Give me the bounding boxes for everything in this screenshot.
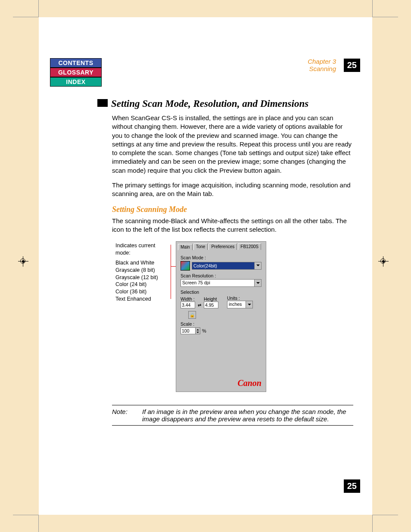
units-label: Units : [227, 296, 253, 301]
contents-link[interactable]: CONTENTS [50, 58, 102, 68]
section-heading-text: Setting Scan Mode, Resolution, and Dimen… [111, 98, 308, 109]
units-dropdown[interactable]: inches [227, 301, 253, 308]
intro-paragraph-1: When ScanGear CS-S is installed, the set… [112, 114, 353, 175]
tab-device[interactable]: FB1200S [238, 243, 261, 250]
nav-pills: CONTENTS GLOSSARY INDEX [50, 58, 102, 87]
chapter-title: Scanning [308, 65, 336, 73]
callout-item: Text Enhanced [115, 296, 169, 303]
width-input[interactable] [181, 302, 195, 308]
height-input[interactable] [204, 302, 218, 308]
note-label: Note: [112, 408, 142, 423]
scale-input[interactable] [181, 327, 195, 334]
crop-mark [13, 515, 39, 515]
scan-resolution-value: Screen 75 dpi [181, 280, 254, 286]
tab-preferences[interactable]: Preferences [209, 243, 237, 250]
main-content: Setting Scan Mode, Resolution, and Dimen… [112, 97, 353, 240]
index-link[interactable]: INDEX [50, 77, 102, 87]
height-label: Height [204, 296, 218, 302]
chapter-heading: Chapter 3 Scanning [308, 58, 336, 72]
note-text: If an image is in the preview area when … [142, 408, 353, 423]
page-body: CONTENTS GLOSSARY INDEX Chapter 3 Scanni… [39, 17, 372, 515]
crop-mark [13, 17, 39, 17]
canon-logo: Canon [237, 378, 262, 388]
callout-item: Color (36 bit) [115, 288, 169, 296]
crop-mark [372, 0, 373, 17]
scan-resolution-label: Scan Resolution : [181, 273, 262, 278]
settings-dialog-screenshot: Main Tone Preferences FB1200S Scan Mode … [176, 241, 266, 392]
tab-main[interactable]: Main [178, 244, 193, 250]
crop-mark [38, 515, 39, 532]
spinner-buttons[interactable] [195, 327, 200, 334]
mode-callout: Indicates current mode: Black and White … [115, 242, 169, 303]
callout-leader-line [171, 245, 171, 299]
link-icon: ⇄ [198, 303, 201, 308]
print-sheet: CONTENTS GLOSSARY INDEX Chapter 3 Scanni… [0, 0, 411, 532]
crop-mark [372, 515, 373, 532]
units-value: inches [227, 301, 246, 308]
callout-item: Grayscale (8 bit) [115, 267, 169, 274]
scale-unit: % [202, 328, 206, 333]
crop-mark [372, 17, 398, 17]
callout-item: Black and White [115, 259, 169, 267]
main-tab-panel: Scan Mode : Color(24bit) Scan Resolution… [179, 250, 263, 337]
subsection-paragraph: The scanning mode-Black and White-affect… [112, 217, 353, 234]
note-block: Note: If an image is in the preview area… [112, 405, 353, 426]
subsection-heading: Setting Scanning Mode [112, 204, 353, 215]
heading-bullet [97, 99, 108, 107]
aspect-lock-button[interactable]: 🔒 [188, 311, 196, 319]
crop-mark [38, 0, 39, 17]
chapter-number: Chapter 3 [308, 58, 336, 65]
crop-mark [372, 515, 398, 515]
tab-strip: Main Tone Preferences FB1200S [176, 242, 266, 250]
callout-lead: Indicates current mode: [115, 242, 169, 257]
registration-mark [380, 258, 386, 264]
scan-mode-value: Color(24bit) [193, 263, 217, 268]
chevron-down-icon[interactable] [246, 301, 252, 308]
chevron-down-icon[interactable] [254, 262, 261, 269]
page-number-top: 25 [344, 59, 360, 72]
scan-resolution-dropdown[interactable]: Screen 75 dpi [181, 279, 262, 287]
callout-item: Grayscale (12 bit) [115, 274, 169, 281]
page-number-bottom: 25 [344, 479, 360, 493]
callout-item: Color (24 bit) [115, 281, 169, 288]
intro-paragraph-2: The primary settings for image acquisiti… [112, 181, 353, 199]
selection-group-label: Selection [181, 289, 262, 295]
scale-label: Scale : [181, 321, 262, 327]
glossary-link[interactable]: GLOSSARY [50, 68, 102, 77]
registration-mark [20, 258, 25, 264]
section-heading: Setting Scan Mode, Resolution, and Dimen… [112, 97, 353, 110]
scale-stepper[interactable] [181, 327, 200, 334]
scan-mode-dropdown[interactable]: Color(24bit) [192, 262, 262, 270]
scan-mode-label: Scan Mode : [181, 255, 262, 260]
tab-tone[interactable]: Tone [193, 243, 208, 250]
chevron-down-icon[interactable] [254, 280, 261, 286]
scan-mode-icon [181, 261, 190, 271]
width-label: Width : [181, 296, 195, 302]
